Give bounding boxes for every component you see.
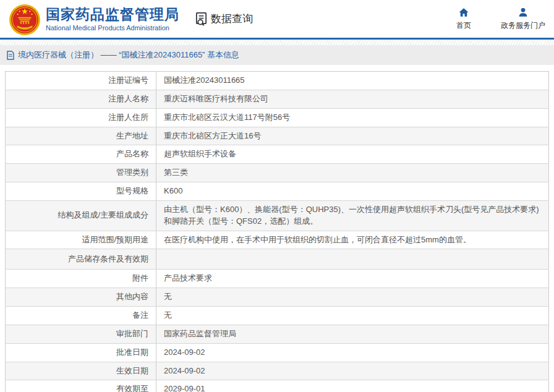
document-icon <box>6 51 15 60</box>
table-row: 生效日期2024-09-02 <box>6 362 549 380</box>
row-value: 国家药品监督管理局 <box>156 325 549 343</box>
row-label: 注册人名称 <box>6 90 156 108</box>
table-row: 批准日期2024-09-02 <box>6 343 549 362</box>
row-label: 生产地址 <box>6 127 156 145</box>
row-value: 2024-09-02 <box>156 343 549 362</box>
table-row: 注册证编号国械注准20243011665 <box>6 72 549 90</box>
portal-label: 政务服务门户 <box>501 20 545 31</box>
row-label: 产品储存条件及有效期 <box>6 249 156 270</box>
table-row: 审批部门国家药品监督管理局 <box>6 325 549 343</box>
home-icon <box>458 7 469 18</box>
row-label: 产品名称 <box>6 145 156 164</box>
table-row: 产品储存条件及有效期 <box>6 249 549 270</box>
table-row: 其他内容无 <box>6 288 549 307</box>
row-value: 超声软组织手术设备 <box>156 145 549 164</box>
row-value: 产品技术要求 <box>156 270 549 288</box>
row-label: 有效期至 <box>6 380 156 392</box>
registration-info-section: 注册证编号国械注准20243011665注册人名称重庆迈科唯医疗科技有限公司注册… <box>0 65 554 392</box>
table-row: 有效期至2029-09-01 <box>6 380 549 392</box>
row-label: 批准日期 <box>6 343 156 362</box>
row-value: 2029-09-01 <box>156 380 549 392</box>
table-row: 结构及组成/主要组成成分由主机（型号：K600）、换能器(型号：QUHP35)、… <box>6 200 549 231</box>
hatch-divider <box>0 40 554 45</box>
row-value: 国械注准20243011665 <box>156 72 549 90</box>
table-row: 型号规格K600 <box>6 182 549 201</box>
breadcrumb: 境内医疗器械（注册） —— “国械注准20243011665” 基本信息 <box>0 45 554 65</box>
table-row: 备注无 <box>6 306 549 325</box>
row-value: 重庆市北碚区方正大道16号 <box>156 127 549 145</box>
table-row: 附件产品技术要求 <box>6 270 549 288</box>
data-query-nav[interactable]: 数据查询 <box>194 12 253 26</box>
data-query-icon <box>194 12 208 26</box>
registration-info-table: 注册证编号国械注准20243011665注册人名称重庆迈科唯医疗科技有限公司注册… <box>5 71 549 392</box>
site-header: 国家药品监督管理局 National Medical Products Admi… <box>0 0 554 40</box>
row-value: 重庆迈科唯医疗科技有限公司 <box>156 90 549 108</box>
row-value <box>156 249 549 270</box>
breadcrumb-text: 境内医疗器械（注册） —— “国械注准20243011665” 基本信息 <box>18 49 239 61</box>
data-query-label: 数据查询 <box>211 12 253 26</box>
user-icon <box>518 7 529 18</box>
row-label: 结构及组成/主要组成成分 <box>6 200 156 231</box>
table-row: 产品名称超声软组织手术设备 <box>6 145 549 164</box>
row-label: 适用范围/预期用途 <box>6 231 156 249</box>
table-row: 注册人住所重庆市北碚区云汉大道117号附56号 <box>6 108 549 127</box>
row-value: K600 <box>156 182 549 201</box>
row-label: 附件 <box>6 270 156 288</box>
row-label: 型号规格 <box>6 182 156 201</box>
row-value: 无 <box>156 288 549 307</box>
row-label: 其他内容 <box>6 288 156 307</box>
row-value: 由主机（型号：K600）、换能器(型号：QUHP35)、一次性使用超声软组织手术… <box>156 200 549 231</box>
portal-link[interactable]: 政务服务门户 <box>501 7 545 31</box>
brand-block: 国家药品监督管理局 National Medical Products Admi… <box>46 6 179 31</box>
table-row: 注册人名称重庆迈科唯医疗科技有限公司 <box>6 90 549 108</box>
table-row: 管理类别第三类 <box>6 164 549 182</box>
national-emblem-logo <box>9 4 41 36</box>
row-label: 备注 <box>6 306 156 325</box>
row-value: 2024-09-02 <box>156 362 549 380</box>
row-value: 第三类 <box>156 164 549 182</box>
table-row: 生产地址重庆市北碚区方正大道16号 <box>6 127 549 145</box>
row-label: 审批部门 <box>6 325 156 343</box>
info-table-body: 注册证编号国械注准20243011665注册人名称重庆迈科唯医疗科技有限公司注册… <box>6 72 549 392</box>
site-title: 国家药品监督管理局 <box>46 6 179 22</box>
row-value: 无 <box>156 306 549 325</box>
home-link[interactable]: 首页 <box>456 7 471 31</box>
row-value: 在医疗机构中使用，在手术中用于软组织的切割止血，可闭合直径不超过5mm的血管。 <box>156 231 549 249</box>
site-subtitle: National Medical Products Administration <box>46 24 179 32</box>
row-label: 注册人住所 <box>6 108 156 127</box>
table-row: 适用范围/预期用途在医疗机构中使用，在手术中用于软组织的切割止血，可闭合直径不超… <box>6 231 549 249</box>
row-label: 生效日期 <box>6 362 156 380</box>
home-label: 首页 <box>456 20 471 31</box>
row-label: 管理类别 <box>6 164 156 182</box>
row-value: 重庆市北碚区云汉大道117号附56号 <box>156 108 549 127</box>
row-label: 注册证编号 <box>6 72 156 90</box>
